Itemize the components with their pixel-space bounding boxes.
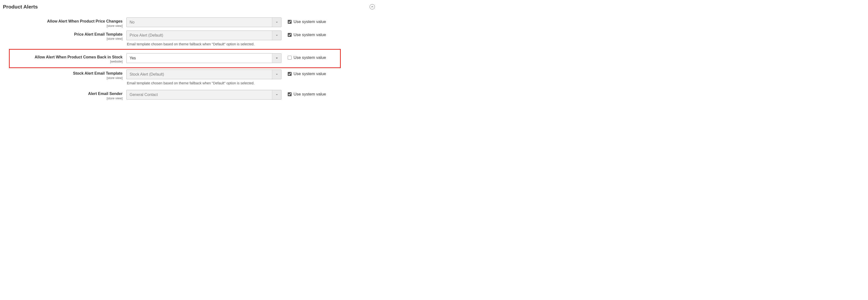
use-system-value-label: Use system value: [293, 92, 326, 97]
select-sender[interactable]: General Contact: [126, 90, 281, 99]
use-system-value-checkbox[interactable]: [288, 56, 291, 60]
field-label-col: Allow Alert When Product Comes Back in S…: [12, 53, 126, 64]
section-header: Product Alerts: [3, 2, 375, 15]
use-system-value-checkbox[interactable]: [288, 33, 291, 37]
field-label-col: Alert Email Sender [store view]: [12, 90, 126, 100]
field-label: Allow Alert When Product Price Changes: [12, 19, 123, 24]
field-scope: [store view]: [12, 24, 123, 28]
select-value: Price Alert (Default): [127, 31, 272, 40]
use-system-value[interactable]: Use system value: [281, 90, 326, 97]
use-system-value-checkbox[interactable]: [288, 92, 291, 96]
field-row-back-in-stock: Allow Alert When Product Comes Back in S…: [3, 49, 375, 69]
select-price-change[interactable]: No: [126, 18, 281, 27]
select-value: No: [127, 18, 272, 27]
field-label: Price Alert Email Template: [12, 32, 123, 37]
use-system-value[interactable]: Use system value: [281, 31, 326, 37]
use-system-value-label: Use system value: [293, 55, 326, 60]
field-scope: [website]: [12, 60, 123, 64]
use-system-value-checkbox[interactable]: [288, 72, 291, 76]
field-control-col: Price Alert (Default) Email template cho…: [126, 31, 281, 49]
use-system-value[interactable]: Use system value: [281, 18, 326, 24]
chevron-down-icon: [272, 70, 281, 79]
field-label: Allow Alert When Product Comes Back in S…: [12, 55, 123, 60]
field-label-col: Allow Alert When Product Price Changes […: [12, 18, 126, 28]
use-system-value-checkbox[interactable]: [288, 20, 291, 24]
field-control-col: No: [126, 18, 281, 27]
field-control-col: Yes: [126, 53, 281, 63]
use-system-value-label: Use system value: [293, 32, 326, 37]
use-system-value-label: Use system value: [293, 71, 326, 76]
chevron-down-icon: [272, 90, 281, 99]
collapse-icon[interactable]: [370, 4, 375, 9]
field-label: Stock Alert Email Template: [12, 71, 123, 76]
select-back-in-stock[interactable]: Yes: [126, 53, 281, 63]
use-system-value[interactable]: Use system value: [281, 53, 326, 60]
chevron-down-icon: [272, 54, 281, 63]
select-price-template[interactable]: Price Alert (Default): [126, 31, 281, 40]
fields-area: Allow Alert When Product Price Changes […: [3, 15, 375, 100]
section-title: Product Alerts: [3, 4, 38, 10]
select-value: Yes: [127, 54, 272, 63]
use-system-value-label: Use system value: [293, 20, 326, 24]
help-note: Email template chosen based on theme fal…: [126, 40, 281, 49]
field-label-col: Stock Alert Email Template [store view]: [12, 69, 126, 80]
chevron-down-icon: [272, 18, 281, 27]
use-system-value[interactable]: Use system value: [281, 69, 326, 76]
field-scope: [store view]: [12, 37, 123, 41]
field-scope: [store view]: [12, 96, 123, 100]
field-row-stock-template: Stock Alert Email Template [store view] …: [3, 68, 375, 88]
field-control-col: General Contact: [126, 90, 281, 99]
field-label: Alert Email Sender: [12, 91, 123, 96]
select-stock-template[interactable]: Stock Alert (Default): [126, 69, 281, 79]
field-control-col: Stock Alert (Default) Email template cho…: [126, 69, 281, 88]
field-label-col: Price Alert Email Template [store view]: [12, 31, 126, 41]
select-value: Stock Alert (Default): [127, 70, 272, 79]
field-row-price-template: Price Alert Email Template [store view] …: [3, 28, 375, 49]
field-row-sender: Alert Email Sender [store view] General …: [3, 88, 375, 100]
field-scope: [store view]: [12, 76, 123, 80]
help-note: Email template chosen based on theme fal…: [126, 79, 281, 88]
select-value: General Contact: [127, 90, 272, 99]
chevron-down-icon: [272, 31, 281, 40]
field-row-price-change: Allow Alert When Product Price Changes […: [3, 15, 375, 28]
